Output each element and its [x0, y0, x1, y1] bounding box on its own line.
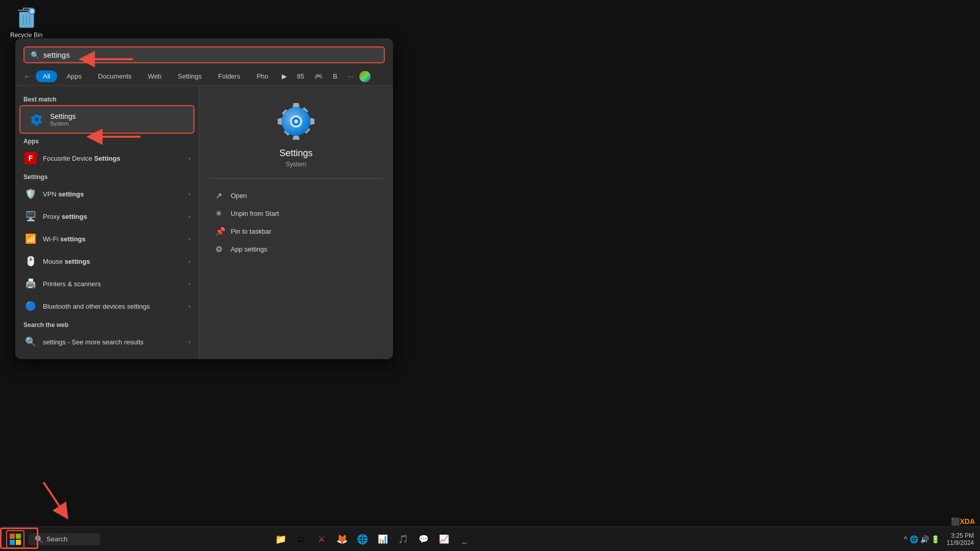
proxy-chevron-icon: ›: [188, 213, 190, 219]
open-label: Open: [231, 192, 247, 199]
web-search-item[interactable]: 🔍 settings - See more search results ›: [15, 331, 199, 353]
settings-gear-icon-sm: [29, 111, 45, 128]
web-section-label: Search the web: [15, 317, 199, 331]
taskbar-media[interactable]: 🎵: [394, 530, 412, 548]
tab-all[interactable]: All: [36, 70, 57, 82]
expand-tray-icon[interactable]: ^: [904, 535, 908, 543]
start-button[interactable]: [6, 530, 24, 548]
action-unpin[interactable]: ✳ Unpin from Start: [209, 205, 383, 222]
taskbar-firefox[interactable]: 🦊: [333, 530, 351, 548]
taskbar-right: ^ 🌐 🔊 🔋 3:25 PM 11/9/2024: [904, 532, 974, 546]
focusrite-app-item[interactable]: F Focusrite Device Settings ›: [15, 147, 199, 169]
battery-icon[interactable]: 🔋: [931, 535, 940, 543]
vpn-label: VPN settings: [43, 190, 183, 198]
detail-subtitle: System: [286, 161, 306, 168]
files-icon: 🗂: [297, 535, 305, 544]
right-panel: Settings System ↗ Open ✳ Unpin from Star…: [199, 86, 393, 359]
taskbar-terminal[interactable]: _: [455, 530, 474, 548]
recycle-bin-label: Recycle Bin: [10, 32, 42, 39]
action-pin-taskbar[interactable]: 📌 Pin to taskbar: [209, 222, 383, 240]
unpin-label: Unpin from Start: [231, 210, 279, 217]
charts-icon: 📊: [378, 534, 388, 544]
taskbar-file-explorer[interactable]: 📁: [272, 530, 290, 548]
focusrite-chevron-icon: ›: [188, 155, 190, 161]
tab-folders[interactable]: Folders: [211, 70, 247, 82]
search-bar-area: 🔍 settings: [15, 38, 393, 67]
tab-web[interactable]: Web: [141, 70, 169, 82]
detail-divider: [209, 178, 383, 179]
tab-photos[interactable]: Pho: [250, 70, 276, 82]
xda-watermark: ⬛XDA: [951, 517, 975, 525]
pin-taskbar-label: Pin to taskbar: [231, 228, 272, 235]
tab-b[interactable]: B: [329, 70, 341, 82]
bluetooth-icon: 🔵: [23, 299, 38, 313]
mouse-chevron-icon: ›: [188, 258, 190, 264]
tab-apps[interactable]: Apps: [59, 70, 89, 82]
back-button[interactable]: ←: [23, 72, 32, 81]
search-query-text: settings: [43, 51, 378, 59]
windows-logo-icon: [10, 534, 21, 545]
action-open[interactable]: ↗ Open: [209, 187, 383, 205]
chrome-icon: 🌐: [357, 534, 368, 545]
mouse-settings-item[interactable]: 🖱️ Mouse settings ›: [15, 250, 199, 272]
web-search-icon: 🔍: [23, 335, 38, 349]
taskbar-files[interactable]: 🗂: [292, 530, 310, 548]
filter-tabs: ← All Apps Documents Web Settings Folder…: [15, 67, 393, 86]
tab-controller[interactable]: 🎮: [310, 70, 327, 82]
taskbar-search-label: Search: [46, 535, 67, 543]
network-icon[interactable]: 🌐: [910, 535, 918, 543]
action-app-settings[interactable]: ⚙ App settings: [209, 240, 383, 258]
detail-title: Settings: [279, 148, 312, 159]
best-match-title: Settings: [50, 112, 76, 120]
mouse-label: Mouse settings: [43, 258, 183, 265]
clock-date: 11/9/2024: [947, 539, 974, 546]
app-settings-label: App settings: [231, 245, 267, 253]
tab-more[interactable]: ···: [344, 70, 357, 82]
best-match-item[interactable]: Settings System: [19, 105, 194, 134]
taskbar-discord[interactable]: 💬: [414, 530, 433, 548]
proxy-label: Proxy settings: [43, 213, 183, 220]
clock-time: 3:25 PM: [947, 532, 974, 539]
focusrite-icon: F: [23, 151, 38, 165]
tab-85[interactable]: 85: [293, 70, 308, 82]
web-search-chevron-icon: ›: [188, 339, 190, 345]
taskbar-charts[interactable]: 📊: [374, 530, 392, 548]
taskbar-game[interactable]: ⚔: [312, 530, 331, 548]
vpn-settings-item[interactable]: 🛡️ VPN settings ›: [15, 183, 199, 205]
tab-play[interactable]: ▶: [278, 70, 291, 82]
firefox-icon: 🦊: [336, 534, 348, 545]
recycle-bin[interactable]: ♻ Recycle Bin: [10, 5, 42, 39]
volume-icon[interactable]: 🔊: [920, 535, 929, 543]
taskbar-search[interactable]: 🔍 Search: [29, 533, 100, 545]
proxy-icon: 🖥️: [23, 209, 38, 223]
tab-documents[interactable]: Documents: [91, 70, 139, 82]
desktop: ♻ Recycle Bin 🔍 settings ← All Apps Docu…: [0, 0, 980, 551]
web-search-label: settings - See more search results: [43, 338, 183, 346]
settings-section-label: Settings: [15, 169, 199, 183]
open-icon: ↗: [215, 191, 226, 201]
start-menu: 🔍 settings ← All Apps Documents Web Sett…: [15, 38, 393, 359]
taskbar-chrome[interactable]: 🌐: [353, 530, 372, 548]
recycle-bin-icon: ♻: [14, 5, 39, 30]
printers-settings-item[interactable]: 🖨️ Printers & scanners ›: [15, 272, 199, 295]
wifi-chevron-icon: ›: [188, 236, 190, 242]
tab-color[interactable]: [359, 71, 371, 82]
pin-taskbar-icon: 📌: [215, 227, 226, 236]
clock[interactable]: 3:25 PM 11/9/2024: [947, 532, 974, 546]
wifi-settings-item[interactable]: 📶 Wi-Fi settings ›: [15, 228, 199, 250]
bluetooth-chevron-icon: ›: [188, 303, 190, 309]
bars-icon: 📈: [439, 534, 449, 544]
taskbar-bars[interactable]: 📈: [435, 530, 453, 548]
detail-settings-icon: [276, 101, 316, 142]
left-panel: Best match Settings System Apps: [15, 86, 199, 359]
media-icon: 🎵: [398, 534, 408, 544]
proxy-settings-item[interactable]: 🖥️ Proxy settings ›: [15, 205, 199, 228]
search-box[interactable]: 🔍 settings: [23, 46, 385, 63]
taskbar: 🔍 Search 📁 🗂 ⚔ 🦊 🌐 📊 🎵: [0, 527, 980, 551]
wifi-icon: 📶: [23, 232, 38, 246]
bluetooth-label: Bluetooth and other devices settings: [43, 303, 183, 310]
svg-point-6: [294, 119, 298, 123]
unpin-icon: ✳: [215, 209, 226, 218]
bluetooth-settings-item[interactable]: 🔵 Bluetooth and other devices settings ›: [15, 295, 199, 317]
tab-settings[interactable]: Settings: [170, 70, 209, 82]
